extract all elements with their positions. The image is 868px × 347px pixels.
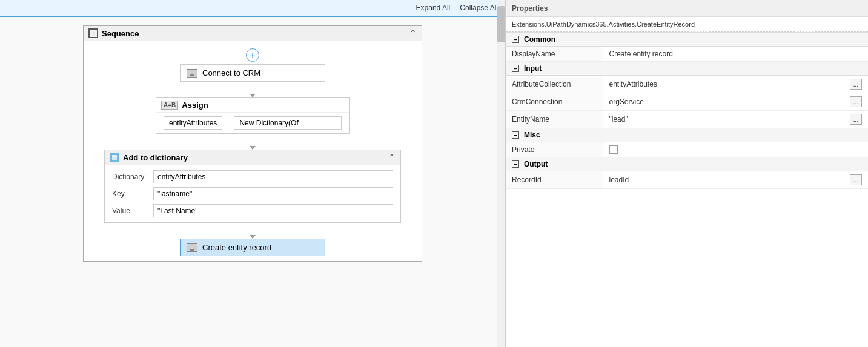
connect-crm-label: Connect to CRM — [202, 68, 260, 78]
section-common: − Common — [506, 33, 868, 47]
prop-entityname: EntityName "lead" ... — [506, 111, 868, 128]
dict-title: Add to dictionary — [110, 153, 188, 162]
collapse-all-button[interactable]: Collapse All — [460, 4, 498, 12]
prop-entityname-label: EntityName — [506, 111, 603, 128]
crmconnection-btn[interactable]: ... — [850, 96, 862, 107]
assign-label: Assign — [182, 101, 208, 110]
dict-icon — [110, 153, 119, 162]
sequence-collapse-btn[interactable]: ⌃ — [409, 28, 417, 38]
prop-private-value — [603, 142, 868, 157]
dict-row-value: Value "Last Name" — [112, 204, 393, 217]
common-toggle[interactable]: − — [512, 36, 519, 43]
sequence-title: ⁖ Sequence — [88, 28, 139, 38]
prop-displayname-label: DisplayName — [506, 47, 603, 62]
prop-displayname: DisplayName Create entity record — [506, 47, 868, 62]
connect-crm-block[interactable]: Connect to CRM — [180, 64, 325, 82]
assign-icon: A=B — [161, 101, 178, 110]
prop-private-label: Private — [506, 142, 603, 157]
connector-2 — [253, 134, 253, 146]
assign-val[interactable]: New Dictionary(Of — [234, 116, 342, 130]
dict-key-label: Key — [112, 190, 148, 198]
prop-recordid-label: RecordId — [506, 171, 603, 189]
connector-3 — [253, 223, 253, 235]
assign-eq: = — [226, 119, 230, 127]
displayname-text: Create entity record — [609, 50, 673, 58]
assign-block[interactable]: A=B Assign entityAttributes = New Dictio… — [156, 97, 350, 134]
entityname-btn[interactable]: ... — [850, 114, 862, 125]
entityname-text: "lead" — [609, 115, 848, 124]
dict-dictionary-label: Dictionary — [112, 173, 148, 181]
scroll-thumb — [497, 6, 505, 42]
dict-value-input[interactable]: "Last Name" — [153, 204, 393, 217]
dict-block[interactable]: Add to dictionary ⌃ Dictionary entityAtt… — [104, 150, 401, 223]
private-checkbox[interactable] — [609, 145, 618, 154]
attributecollection-btn[interactable]: ... — [850, 79, 862, 90]
sequence-label: Sequence — [102, 29, 139, 38]
canvas-scrollbar[interactable] — [497, 0, 505, 347]
section-input: − Input — [506, 62, 868, 76]
recordid-text: leadId — [609, 176, 848, 184]
prop-entityname-value: "lead" ... — [603, 111, 868, 128]
section-input-label: Input — [524, 64, 542, 73]
properties-scroll[interactable]: − Common DisplayName Create entity recor… — [506, 32, 868, 347]
dict-value-label: Value — [112, 207, 148, 215]
output-toggle[interactable]: − — [512, 160, 519, 168]
create-entity-block[interactable]: Create entity record — [180, 239, 325, 256]
prop-attributecollection-value: entityAttributes ... — [603, 76, 868, 93]
dict-row-key: Key "lastname" — [112, 187, 393, 200]
dict-label: Add to dictionary — [123, 153, 188, 162]
dict-collapse-btn[interactable]: ⌃ — [388, 153, 396, 162]
sequence-body: + Connect to CRM A=B Assign entityA — [84, 41, 422, 261]
canvas-topbar: Expand All Collapse All — [0, 0, 505, 17]
dict-dictionary-input[interactable]: entityAttributes — [153, 170, 393, 183]
sequence-container: ⁖ Sequence ⌃ + Connect to CRM — [77, 25, 428, 262]
prop-attributecollection: AttributeCollection entityAttributes ... — [506, 76, 868, 93]
properties-table: − Common DisplayName Create entity recor… — [506, 32, 868, 189]
section-misc-label: Misc — [524, 131, 540, 139]
section-misc: − Misc — [506, 128, 868, 142]
crm-icon — [187, 69, 197, 78]
crmconnection-text: orgService — [609, 97, 848, 106]
assign-body: entityAttributes = New Dictionary(Of — [156, 113, 349, 133]
prop-crmconnection-value: orgService ... — [603, 93, 868, 111]
dict-header: Add to dictionary ⌃ — [105, 150, 400, 165]
section-output: − Output — [506, 157, 868, 171]
input-toggle[interactable]: − — [512, 65, 519, 72]
assign-var[interactable]: entityAttributes — [164, 116, 222, 130]
properties-topbar: Properties — [506, 0, 868, 17]
sequence-block[interactable]: ⁖ Sequence ⌃ + Connect to CRM — [83, 25, 422, 262]
attributecollection-text: entityAttributes — [609, 80, 848, 88]
prop-displayname-value: Create entity record — [603, 47, 868, 62]
sequence-header: ⁖ Sequence ⌃ — [84, 26, 422, 41]
dict-body: Dictionary entityAttributes Key "lastnam… — [105, 165, 400, 222]
section-common-label: Common — [524, 35, 555, 44]
misc-toggle[interactable]: − — [512, 131, 519, 139]
prop-private: Private — [506, 142, 868, 157]
sequence-icon: ⁖ — [88, 28, 98, 38]
recordid-btn[interactable]: ... — [850, 174, 862, 185]
prop-recordid-value: leadId ... — [603, 171, 868, 189]
connector-1 — [253, 82, 253, 94]
svg-rect-0 — [112, 155, 117, 160]
properties-namespace: Extensions.UiPathDynamics365.Activities.… — [506, 17, 868, 32]
add-top-button[interactable]: + — [246, 48, 259, 62]
properties-panel: Properties Extensions.UiPathDynamics365.… — [506, 0, 868, 347]
properties-title: Properties — [512, 4, 548, 13]
expand-all-button[interactable]: Expand All — [416, 4, 451, 12]
prop-recordid: RecordId leadId ... — [506, 171, 868, 189]
prop-crmconnection: CrmConnection orgService ... — [506, 93, 868, 111]
prop-crmconnection-label: CrmConnection — [506, 93, 603, 111]
dict-key-input[interactable]: "lastname" — [153, 187, 393, 200]
create-entity-icon — [187, 243, 197, 252]
canvas-panel: Expand All Collapse All ⁖ Sequence ⌃ + C… — [0, 0, 506, 347]
assign-header: A=B Assign — [156, 98, 349, 113]
section-output-label: Output — [524, 160, 548, 168]
dict-row-dictionary: Dictionary entityAttributes — [112, 170, 393, 183]
create-entity-label: Create entity record — [202, 243, 271, 252]
prop-attributecollection-label: AttributeCollection — [506, 76, 603, 93]
